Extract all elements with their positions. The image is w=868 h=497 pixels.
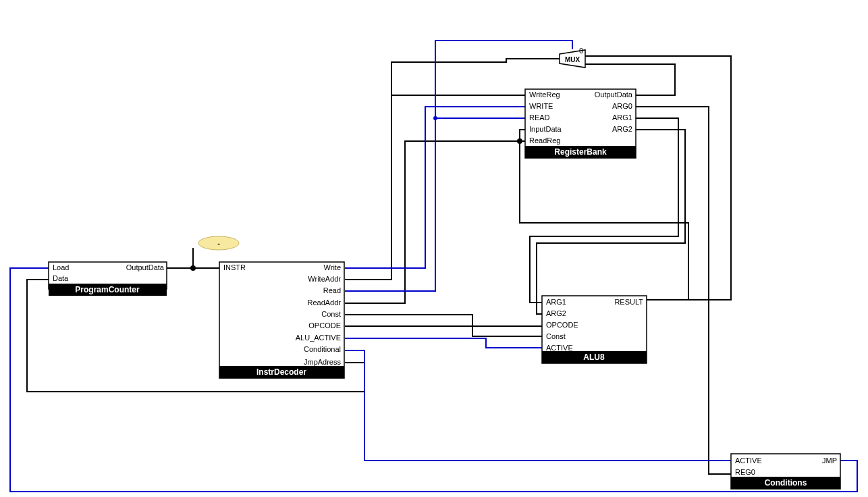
wire-jmp-to-load [10, 268, 857, 492]
wire-read-to-reg [345, 118, 525, 291]
port-cond-reg0: REG0 [735, 468, 755, 476]
wire-conditional-to-conditions [345, 350, 731, 461]
port-dec-instr: INSTR [223, 263, 246, 271]
mux-label: MUX [565, 56, 580, 63]
instr-decoder-title: InstrDecoder [256, 367, 306, 377]
block-instr-decoder: InstrDecoder INSTR Write WriteAddr Read … [219, 262, 344, 378]
port-dec-read: Read [323, 286, 341, 294]
wire-aluactive-to-alu [345, 338, 542, 348]
port-dec-aluactive: ALU_ACTIVE [296, 334, 341, 342]
port-dec-writeaddr: WriteAddr [308, 275, 341, 283]
port-alu-arg1: ARG1 [546, 298, 566, 306]
port-rb-arg1: ARG1 [612, 113, 632, 122]
port-rb-readreg: ReadReg [529, 136, 560, 145]
port-alu-result: RESULT [614, 298, 643, 306]
port-pc-outputdata: OutputData [126, 263, 165, 271]
port-dec-write: Write [324, 263, 341, 271]
annotation-label: - [217, 239, 220, 247]
port-alu-opcode: OPCODE [546, 321, 578, 329]
port-dec-jmpadress: JmpAdress [304, 358, 342, 366]
port-rb-inputdata: InputData [529, 125, 562, 133]
program-counter-title: ProgramCounter [75, 285, 140, 294]
block-alu8: ALU8 ARG1 ARG2 OPCODE Const ACTIVE RESUL… [542, 296, 647, 363]
register-bank-title: RegisterBank [554, 147, 607, 157]
port-rb-arg0: ARG0 [612, 102, 632, 110]
diagram-canvas: ProgramCounter Load Data OutputData Inst… [0, 0, 868, 497]
port-rb-writereg: WriteReg [529, 90, 560, 99]
port-dec-const: Const [321, 310, 341, 318]
port-pc-data: Data [53, 274, 69, 282]
port-rb-write: WRITE [529, 102, 553, 110]
block-register-bank: RegisterBank WriteReg WRITE READ InputDa… [525, 89, 636, 158]
block-conditions: Conditions ACTIVE REG0 JMP [731, 454, 840, 489]
port-alu-arg2: ARG2 [546, 309, 566, 317]
port-dec-conditional: Conditional [304, 345, 341, 353]
port-dec-readaddr: ReadAddr [307, 298, 341, 307]
port-pc-load: Load [53, 263, 69, 271]
port-rb-outputdata: OutputData [595, 90, 633, 99]
alu8-title: ALU8 [583, 352, 605, 362]
port-rb-arg2: ARG2 [612, 125, 632, 133]
block-program-counter: ProgramCounter Load Data OutputData [49, 262, 167, 296]
mux-index: 0 [579, 47, 583, 55]
port-dec-opcode: OPCODE [308, 321, 341, 330]
port-rb-read: READ [529, 113, 550, 122]
port-cond-active: ACTIVE [735, 456, 762, 465]
conditions-title: Conditions [765, 478, 807, 488]
mux: MUX 0 [560, 47, 585, 68]
port-alu-const: Const [546, 332, 566, 340]
port-cond-jmp: JMP [822, 456, 837, 465]
port-alu-active: ACTIVE [546, 344, 573, 352]
annotation-highlight: - [198, 236, 239, 250]
wire-arg0-to-conditions [636, 107, 731, 474]
